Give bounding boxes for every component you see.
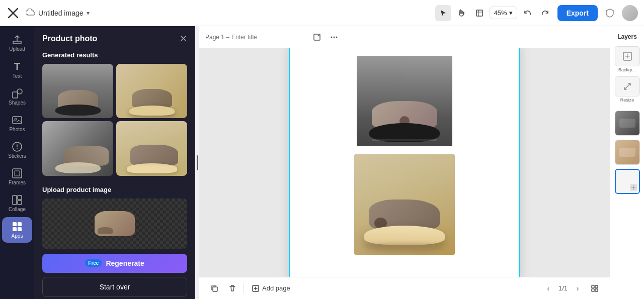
canvas-image-top[interactable] [357,56,452,146]
svg-rect-26 [595,289,598,291]
canvas-image-bottom[interactable] [354,154,455,255]
panel-content: Generated results [34,49,195,299]
canvas-area: Page 1 – [199,26,610,299]
svg-rect-4 [13,92,18,98]
copy-page-button[interactable] [207,281,221,295]
topbar: Untitled image ▾ 45% ▾ Export [0,0,644,26]
sidebar-collage-label: Collage [9,207,26,212]
layer-thumb-blank[interactable] [615,169,640,194]
sidebar-stickers-label: Stickers [8,153,26,159]
canvas-wrapper [199,48,610,277]
svg-point-5 [17,89,22,94]
sidebar-item-collage[interactable]: Collage [2,190,32,216]
svg-rect-10 [13,195,17,205]
svg-rect-23 [592,285,594,288]
page-label: Page 1 – [205,34,307,41]
add-page-label: Add page [262,284,290,292]
sidebar-text-label: Text [13,73,22,79]
sidebar-item-apps[interactable]: Apps [2,217,32,243]
sidebar-item-upload[interactable]: Upload [2,30,32,56]
delete-page-button[interactable] [225,281,239,295]
grid-view-button[interactable] [588,281,602,295]
panel-title: Product photo [42,34,97,43]
shield-button[interactable] [602,5,618,21]
regenerate-label: Regenerate [106,259,144,267]
svg-rect-25 [592,289,594,291]
upload-section-title: Upload product image [42,186,187,193]
sidebar-item-shapes[interactable]: Shapes [2,84,32,110]
free-badge: Free [85,259,102,267]
app-logo[interactable] [6,6,20,20]
panel-close-button[interactable]: ✕ [180,33,187,44]
main-area: Upload T Text Shapes Photos Stickers Fra… [0,26,644,299]
page-nav: ‹ 1/1 › [542,282,584,294]
layer-thumb-warm[interactable] [615,140,640,165]
svg-rect-13 [13,222,17,226]
zoom-chevron-icon: ▾ [509,9,513,17]
document-title-area: Untitled image ▾ [26,9,90,18]
svg-rect-9 [15,171,20,176]
canvas-frame [289,48,520,277]
right-layers-panel: Layers Backgr... Resize [610,26,644,299]
resize-icon [622,81,632,91]
sidebar-photos-label: Photos [9,127,25,132]
sidebar-frames-label: Frames [9,180,26,185]
document-title[interactable]: Untitled image [38,9,84,17]
upload-preview[interactable] [42,198,187,249]
canvas-toolbar: Page 1 – [199,26,610,48]
left-sidebar: Upload T Text Shapes Photos Stickers Fra… [0,26,34,299]
result-thumb-2[interactable] [116,64,187,118]
canvas-expand-button[interactable] [310,30,324,44]
regenerate-button[interactable]: Free Regenerate [42,254,187,273]
sidebar-item-text[interactable]: T Text [2,57,32,83]
sidebar-item-photos[interactable]: Photos [2,111,32,136]
canvas-more-button[interactable] [327,30,341,44]
resize-tool[interactable]: Resize [615,76,640,103]
page-title-input[interactable] [231,34,307,41]
zoom-control[interactable]: 45% ▾ [490,7,517,19]
svg-rect-3 [13,41,21,44]
generated-results-title: Generated results [42,51,187,59]
layer-thumb-dark[interactable] [615,111,640,136]
upload-cat-image [95,211,135,236]
svg-rect-16 [18,227,22,231]
background-icon [622,51,632,61]
svg-rect-11 [18,195,22,200]
svg-rect-14 [18,222,22,226]
sidebar-item-frames[interactable]: Frames [2,164,32,189]
panel-header: Product photo ✕ [34,26,195,49]
svg-point-20 [336,36,338,38]
next-page-button[interactable]: › [572,282,584,294]
product-photo-panel: Product photo ✕ Generated results [34,26,195,299]
add-page-button[interactable]: Add page [248,282,294,294]
user-avatar[interactable] [622,5,638,21]
undo-button[interactable] [519,5,535,21]
frame-tool-button[interactable] [471,5,488,21]
start-over-button[interactable]: Start over [42,277,187,297]
result-thumb-1[interactable] [42,64,113,118]
background-tool[interactable]: Backgr... [615,46,640,72]
background-label: Backgr... [618,67,636,72]
resize-handle[interactable] [195,26,199,299]
layers-panel-title: Layers [617,30,637,44]
svg-rect-24 [595,285,598,288]
result-thumb-4[interactable] [116,121,187,175]
export-button[interactable]: Export [557,5,598,21]
sidebar-item-stickers[interactable]: Stickers [2,137,32,163]
separator [244,283,244,293]
hand-tool-button[interactable] [453,5,469,21]
cloud-icon [26,9,35,18]
svg-point-19 [334,36,335,38]
select-tool-button[interactable] [435,5,451,21]
svg-rect-2 [476,10,482,16]
title-chevron-icon[interactable]: ▾ [87,10,90,17]
upload-section: Upload product image Free Regenerate Sta… [42,186,187,297]
bottom-bar: Add page ‹ 1/1 › [199,277,610,299]
redo-button[interactable] [537,5,553,21]
sidebar-shapes-label: Shapes [9,100,26,106]
svg-point-18 [331,36,333,38]
svg-rect-15 [13,227,17,231]
svg-rect-12 [18,201,22,205]
prev-page-button[interactable]: ‹ [542,282,554,294]
result-thumb-3[interactable] [42,121,113,175]
